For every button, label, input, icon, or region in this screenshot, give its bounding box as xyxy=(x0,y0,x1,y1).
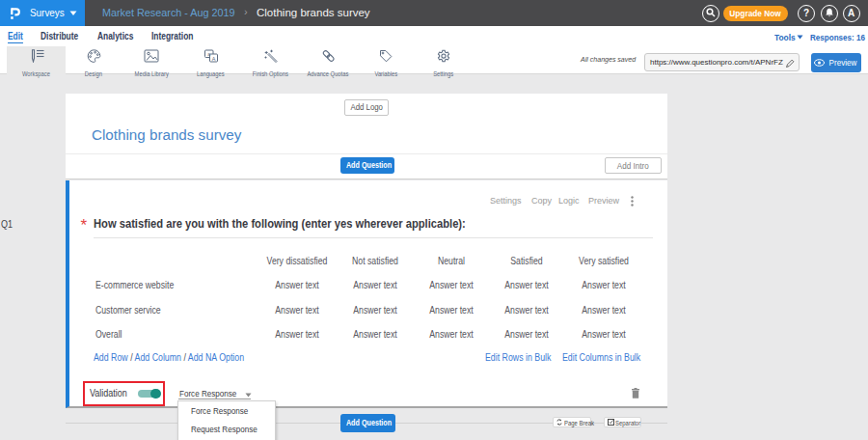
svg-text:A: A xyxy=(211,55,215,61)
